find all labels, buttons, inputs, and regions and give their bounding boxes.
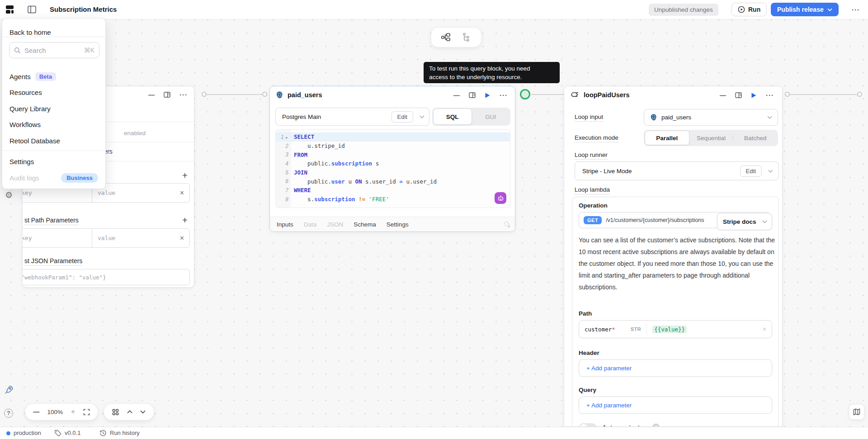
run-block-icon[interactable] [485,92,491,99]
connector-line-mid [531,94,564,95]
menu-back-to-home[interactable]: Back to home [2,24,105,40]
resource-select[interactable]: Postgres Main Edit [275,108,429,126]
tab-inputs[interactable]: Inputs [277,221,293,228]
gear-icon[interactable]: ⚙ [5,190,13,200]
help-icon[interactable]: ? [4,409,13,418]
mode-sequential[interactable]: Sequential [689,131,733,145]
status-bar: production v0.0.1 Run history [0,427,868,439]
loop-block-looppaidusers[interactable]: loopPaidUsers — ··· Loop input paid_user… [564,86,783,427]
param-value-token[interactable]: {{value}} [652,326,687,333]
menu-item-settings[interactable]: Settings [2,154,105,169]
clear-param-icon[interactable]: × [763,326,766,333]
chevron-up-icon[interactable] [127,410,132,414]
path-param-row[interactable]: customer* STR {{value}} × [579,320,772,338]
menu-item-query-library[interactable]: Query Library [2,101,105,116]
tree-view-icon[interactable] [461,32,472,42]
search-icon [14,47,21,54]
panel-icon[interactable] [164,92,170,98]
key-input[interactable]: key [22,189,92,196]
menu-item-workflows[interactable]: Workflows [2,117,105,132]
environment-selector[interactable]: production [14,430,41,436]
remove-row-icon[interactable]: × [180,234,184,242]
search-box: ⌘K [9,42,99,58]
mode-parallel[interactable]: Parallel [645,131,689,145]
flow-view-icon[interactable] [441,32,451,42]
postgres-icon [650,113,657,121]
header-label: Header [579,349,599,356]
more-icon[interactable]: ··· [179,91,188,99]
panel-icon[interactable] [735,92,742,98]
rocket-icon[interactable] [4,385,14,395]
loop-runner-select[interactable]: Stripe - Live Mode Edit [575,161,779,180]
menu-item-agents[interactable]: AgentsBeta [2,69,105,84]
auto-paginate-toggle[interactable] [579,423,597,427]
header-add-parameter[interactable]: + Add parameter [579,359,772,377]
chevron-down-icon [762,220,767,223]
run-block-icon[interactable] [751,92,757,99]
connector-dot [857,92,862,97]
value-input[interactable]: value [92,189,180,196]
tab-settings[interactable]: Settings [387,221,409,228]
sql-code-editor[interactable]: 1⌄SELECT 2 u.stripe_id 3FROM 4 public.su… [275,129,510,208]
json-parameters-input[interactable]: {"webhookParam1": "value"} [22,269,190,285]
fold-icon[interactable]: ⌄ [285,135,288,139]
help-icon[interactable]: ? [652,424,660,427]
more-icon[interactable]: ··· [766,91,774,99]
loop-input-select[interactable]: paid_users [644,109,778,126]
search-input[interactable] [24,47,80,54]
grid-view-icon[interactable] [112,409,119,415]
zoom-out-icon[interactable]: — [33,408,39,415]
resource-edit-button[interactable]: Edit [392,111,413,123]
add-path-param-icon[interactable]: + [182,215,188,225]
postgres-icon [275,91,283,99]
minimap-button[interactable] [849,404,864,420]
block-title: loopPaidUsers [584,91,630,99]
chevron-down-icon [420,115,425,118]
loop-lambda-label: Loop lambda [575,186,610,194]
sidebar-toggle-icon[interactable] [28,5,36,14]
collapse-icon[interactable]: — [148,91,155,99]
tooltip: To test run this query block, you need a… [424,62,560,83]
tab-schema[interactable]: Schema [354,221,376,228]
panel-icon[interactable] [469,92,476,98]
mode-batched[interactable]: Batched [733,131,777,145]
api-docs-select[interactable]: Stripe docs [717,213,772,230]
value-input[interactable]: value [92,235,180,241]
collapse-icon[interactable]: — [453,92,460,99]
tab-sql[interactable]: SQL [433,109,472,125]
more-icon[interactable]: ··· [500,91,508,99]
success-port-dot[interactable] [520,89,530,99]
required-asterisk: * [612,326,615,333]
query-block-paid-users[interactable]: paid_users — ··· Postgres Main Edit SQL … [269,86,515,232]
more-icon[interactable]: ··· [852,6,860,14]
tab-data[interactable]: Data [304,221,317,228]
menu-item-resources[interactable]: Resources [2,85,105,100]
menu-item-retool-database[interactable]: Retool Database [2,133,105,148]
main-menu: Back to home ⌘K AgentsBeta Resources Que… [2,18,106,189]
menu-item-audit-logs[interactable]: Audit logsBusiness [2,170,105,185]
tab-json[interactable]: JSON [327,221,343,228]
canvas-nav-controls [104,403,154,420]
fullscreen-icon[interactable] [83,409,90,415]
runner-edit-button[interactable]: Edit [740,165,762,177]
resize-handle-icon[interactable] [503,221,510,228]
view-mode-toggle [431,27,481,47]
publish-release-button[interactable]: Publish release [771,3,839,16]
key-input[interactable]: key [22,235,92,241]
run-history-button[interactable]: Run history [110,430,140,436]
zoom-level[interactable]: 100% [47,409,63,415]
chevron-down-icon[interactable] [140,410,146,414]
run-button[interactable]: Run [731,3,767,16]
retool-logo[interactable] [4,4,15,15]
remove-row-icon[interactable]: × [180,189,184,197]
zoom-in-icon[interactable]: + [71,407,75,416]
search-shortcut: ⌘K [84,47,94,54]
trigger-enabled-value[interactable]: enabled [124,130,146,137]
collapse-icon[interactable]: — [720,92,726,99]
tab-gui[interactable]: GUI [472,109,510,125]
version-selector[interactable]: v0.0.1 [65,430,80,436]
ai-assistant-icon[interactable] [495,192,506,204]
query-add-parameter[interactable]: + Add parameter [579,397,772,414]
param-row: key value × [22,228,190,248]
add-row-icon[interactable]: + [182,170,188,180]
